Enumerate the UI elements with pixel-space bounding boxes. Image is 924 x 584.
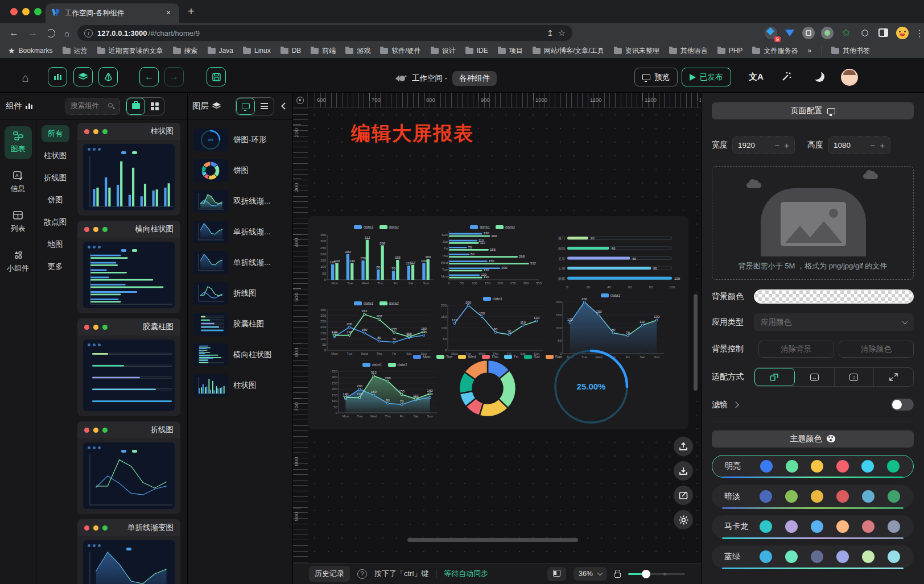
category-item-1[interactable]: 所有 [42,125,69,142]
bookmark-item[interactable]: IDE [465,47,488,55]
list-view-button[interactable] [255,98,274,115]
other-bookmarks[interactable]: 其他书签 [831,46,870,56]
preview-button[interactable]: 预览 [634,68,678,86]
extension-dot-icon[interactable] [821,27,834,39]
dashboard-chart-bar[interactable]: data1data2050100150200250300350Mon120130… [318,225,435,286]
collapse-panel-icon[interactable] [281,102,288,110]
bookmark-item[interactable]: PHP [717,47,743,55]
theme-row-明亮[interactable]: 明亮 [712,455,914,478]
help-icon[interactable]: ? [357,569,367,579]
redo-button[interactable]: → [164,67,184,86]
width-input[interactable]: 1920−+ [732,136,795,154]
forward-icon[interactable]: → [28,27,38,39]
home-button[interactable]: ⌂ [22,71,29,85]
category-item-5[interactable]: 散点图 [44,217,67,227]
share-icon[interactable]: ↥ [547,28,554,38]
magic-wand-button[interactable] [781,71,792,82]
language-button[interactable]: 文A [749,72,764,82]
fit-stretch-button[interactable] [874,368,913,386]
tab-close-icon[interactable]: × [163,8,174,18]
bookmark-item[interactable]: 运营 [63,46,88,56]
bookmark-item[interactable]: 软件/硬件 [380,46,420,56]
category-item-7[interactable]: 更多 [48,262,63,272]
save-button[interactable] [207,67,226,86]
extension-command-icon[interactable] [802,27,815,39]
publish-button[interactable]: 已发布 [682,68,731,86]
component-card[interactable]: 柱状图 [77,123,180,216]
nav-item-2[interactable]: A信息 [5,166,32,199]
ruler-corner[interactable] [293,93,308,108]
theme-row-蓝绿[interactable]: 蓝绿 [712,545,914,568]
browser-tab[interactable]: 工作空间-各种组件 × [46,3,179,23]
dashboard-chart-donut[interactable]: MonTueWedThuFriSatSun [444,355,531,418]
extension-vue-icon[interactable]: 9 [765,27,777,39]
dashboard-chart-hbar[interactable]: data1data2050100150200250300350Sun130160… [439,225,547,286]
grid-view-button[interactable] [145,98,164,115]
theme-row-马卡龙[interactable]: 马卡龙 [712,515,914,538]
browser-menu-icon[interactable]: ⋮ [915,28,918,39]
dashboard-chart-capsule[interactable]: 厦门20南阳40北京60上海80新疆100020406080100 [552,230,684,291]
bookmark-item[interactable]: 搜索 [173,46,198,56]
canvas-title-text[interactable]: 编辑大屏报表 [351,121,474,147]
maximize-window-button[interactable] [34,8,42,15]
site-info-icon[interactable]: i [84,29,93,38]
bookmark-star-icon[interactable]: ☆ [558,28,566,38]
layer-item[interactable]: 饼图 [190,155,290,186]
bookmark-item[interactable]: 文件服务器 [752,46,798,56]
home-icon[interactable]: ⌂ [64,28,69,38]
sidebar-toggle-icon[interactable] [877,27,890,39]
history-button[interactable]: 历史记录 [309,566,350,582]
component-card[interactable]: 胶囊柱图 [77,318,180,416]
undo-button[interactable]: ← [139,67,159,86]
filter-toggle[interactable] [891,399,914,411]
dashboard-chart-area-dual[interactable]: data1data2050100150200250300350MonTueWed… [329,363,440,419]
bookmarks-overflow[interactable]: » [807,47,811,55]
zoom-slider[interactable] [628,573,685,575]
dark-mode-toggle[interactable] [814,72,824,82]
component-card[interactable]: 横向柱状图 [77,221,180,313]
bookmark-item[interactable]: 游戏 [345,46,370,56]
horizontal-scrollbar[interactable] [407,538,578,542]
edit-button[interactable] [674,486,693,505]
close-window-button[interactable] [10,8,18,15]
profile-avatar[interactable] [896,27,909,39]
address-bar[interactable]: i 127.0.0.1:3000 /#/chart/home/9 ↥ ☆ [77,25,572,41]
height-input[interactable]: 1080−+ [828,136,890,154]
dashboard-chart-ring[interactable]: 25.00% [551,348,631,425]
dashboard-preview[interactable]: data1data2050100150200250300350Mon120130… [308,216,688,429]
single-view-button[interactable] [126,98,145,115]
bookmark-item[interactable]: DB [280,47,302,55]
import-button[interactable] [674,461,693,481]
reload-icon[interactable] [47,29,55,38]
layer-item[interactable]: 25%饼图-环形 [190,125,290,155]
category-item-3[interactable]: 折线图 [44,173,67,183]
fit-height-button[interactable]: ↕ [835,368,874,386]
thumbnail-view-button[interactable] [236,98,255,115]
zoom-select[interactable]: 36% [574,567,607,581]
apply-type-select[interactable]: 应用颜色 [754,313,914,331]
dashboard-chart-line-single[interactable]: data1050100150200MonTueWedThuFriSatSun12… [439,297,547,357]
settings-button[interactable] [674,510,693,529]
increment-icon[interactable]: + [880,140,885,150]
back-icon[interactable]: ← [9,27,19,39]
nav-item-4[interactable]: 小组件 [5,246,32,279]
canvas-area[interactable]: 编辑大屏报表 data1data2050100150200250300350Mo… [293,93,701,563]
lock-icon[interactable] [614,573,621,578]
canvas-grid[interactable]: 编辑大屏报表 data1data2050100150200250300350Mo… [308,108,701,563]
fit-scale-button[interactable] [754,368,795,386]
bookmark-item[interactable]: 前端 [311,46,336,56]
nav-item-1[interactable]: 图表 [5,126,32,159]
bookmark-item[interactable]: 网站/博客/文章/工具 [533,46,604,56]
extension-gem-icon[interactable] [783,27,796,39]
category-item-6[interactable]: 地图 [48,239,63,250]
layer-item[interactable]: 胶囊柱图 [190,309,290,339]
increment-icon[interactable]: + [784,140,789,150]
chart-mode-button[interactable] [48,67,67,86]
layer-item[interactable]: 单折线渐... [190,247,290,278]
user-avatar[interactable] [841,69,858,86]
bookmark-item[interactable]: 近期需要读的文章 [97,46,163,56]
minimize-window-button[interactable] [22,8,30,15]
chevron-right-icon[interactable] [732,401,739,408]
export-button[interactable] [674,437,693,456]
bookmark-item[interactable]: 其他语言 [669,46,708,56]
